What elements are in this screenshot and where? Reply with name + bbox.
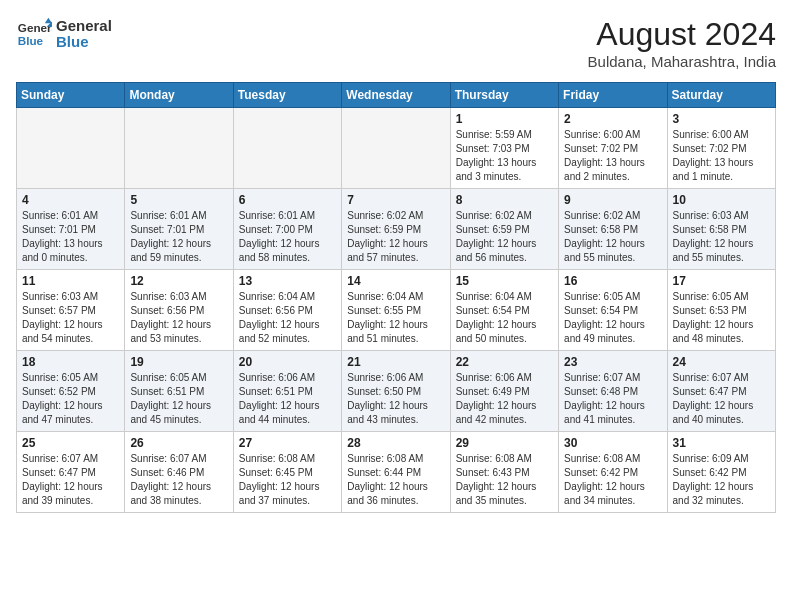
day-number: 12 xyxy=(130,274,227,288)
day-number: 1 xyxy=(456,112,553,126)
day-detail: Sunrise: 6:03 AM Sunset: 6:56 PM Dayligh… xyxy=(130,290,227,346)
day-number: 25 xyxy=(22,436,119,450)
week-row-5: 25Sunrise: 6:07 AM Sunset: 6:47 PM Dayli… xyxy=(17,432,776,513)
day-detail: Sunrise: 6:01 AM Sunset: 7:00 PM Dayligh… xyxy=(239,209,336,265)
main-title: August 2024 xyxy=(588,16,776,53)
calendar-table: SundayMondayTuesdayWednesdayThursdayFrid… xyxy=(16,82,776,513)
calendar-cell: 16Sunrise: 6:05 AM Sunset: 6:54 PM Dayli… xyxy=(559,270,667,351)
calendar-cell: 14Sunrise: 6:04 AM Sunset: 6:55 PM Dayli… xyxy=(342,270,450,351)
calendar-cell: 24Sunrise: 6:07 AM Sunset: 6:47 PM Dayli… xyxy=(667,351,775,432)
day-number: 31 xyxy=(673,436,770,450)
weekday-header-tuesday: Tuesday xyxy=(233,83,341,108)
week-row-2: 4Sunrise: 6:01 AM Sunset: 7:01 PM Daylig… xyxy=(17,189,776,270)
weekday-header-friday: Friday xyxy=(559,83,667,108)
calendar-cell: 3Sunrise: 6:00 AM Sunset: 7:02 PM Daylig… xyxy=(667,108,775,189)
day-number: 3 xyxy=(673,112,770,126)
day-detail: Sunrise: 6:01 AM Sunset: 7:01 PM Dayligh… xyxy=(130,209,227,265)
logo-icon: General Blue xyxy=(16,16,52,52)
calendar-cell: 13Sunrise: 6:04 AM Sunset: 6:56 PM Dayli… xyxy=(233,270,341,351)
day-detail: Sunrise: 6:09 AM Sunset: 6:42 PM Dayligh… xyxy=(673,452,770,508)
day-detail: Sunrise: 6:08 AM Sunset: 6:45 PM Dayligh… xyxy=(239,452,336,508)
page-header: General Blue General Blue August 2024 Bu… xyxy=(16,16,776,70)
week-row-3: 11Sunrise: 6:03 AM Sunset: 6:57 PM Dayli… xyxy=(17,270,776,351)
day-detail: Sunrise: 6:02 AM Sunset: 6:59 PM Dayligh… xyxy=(456,209,553,265)
day-detail: Sunrise: 6:06 AM Sunset: 6:50 PM Dayligh… xyxy=(347,371,444,427)
day-detail: Sunrise: 6:03 AM Sunset: 6:57 PM Dayligh… xyxy=(22,290,119,346)
week-row-4: 18Sunrise: 6:05 AM Sunset: 6:52 PM Dayli… xyxy=(17,351,776,432)
calendar-cell: 18Sunrise: 6:05 AM Sunset: 6:52 PM Dayli… xyxy=(17,351,125,432)
calendar-cell: 11Sunrise: 6:03 AM Sunset: 6:57 PM Dayli… xyxy=(17,270,125,351)
day-number: 2 xyxy=(564,112,661,126)
day-detail: Sunrise: 6:07 AM Sunset: 6:47 PM Dayligh… xyxy=(673,371,770,427)
calendar-cell xyxy=(125,108,233,189)
calendar-cell: 15Sunrise: 6:04 AM Sunset: 6:54 PM Dayli… xyxy=(450,270,558,351)
day-number: 10 xyxy=(673,193,770,207)
day-detail: Sunrise: 6:00 AM Sunset: 7:02 PM Dayligh… xyxy=(564,128,661,184)
day-detail: Sunrise: 6:06 AM Sunset: 6:51 PM Dayligh… xyxy=(239,371,336,427)
calendar-cell xyxy=(233,108,341,189)
day-detail: Sunrise: 6:05 AM Sunset: 6:53 PM Dayligh… xyxy=(673,290,770,346)
day-number: 13 xyxy=(239,274,336,288)
calendar-cell xyxy=(17,108,125,189)
sub-title: Buldana, Maharashtra, India xyxy=(588,53,776,70)
logo: General Blue General Blue xyxy=(16,16,112,52)
calendar-cell: 9Sunrise: 6:02 AM Sunset: 6:58 PM Daylig… xyxy=(559,189,667,270)
calendar-cell: 22Sunrise: 6:06 AM Sunset: 6:49 PM Dayli… xyxy=(450,351,558,432)
calendar-cell: 5Sunrise: 6:01 AM Sunset: 7:01 PM Daylig… xyxy=(125,189,233,270)
calendar-cell: 2Sunrise: 6:00 AM Sunset: 7:02 PM Daylig… xyxy=(559,108,667,189)
calendar-cell: 4Sunrise: 6:01 AM Sunset: 7:01 PM Daylig… xyxy=(17,189,125,270)
day-detail: Sunrise: 6:04 AM Sunset: 6:55 PM Dayligh… xyxy=(347,290,444,346)
calendar-cell: 29Sunrise: 6:08 AM Sunset: 6:43 PM Dayli… xyxy=(450,432,558,513)
day-number: 17 xyxy=(673,274,770,288)
day-number: 19 xyxy=(130,355,227,369)
day-number: 20 xyxy=(239,355,336,369)
day-detail: Sunrise: 6:05 AM Sunset: 6:52 PM Dayligh… xyxy=(22,371,119,427)
calendar-cell: 21Sunrise: 6:06 AM Sunset: 6:50 PM Dayli… xyxy=(342,351,450,432)
calendar-cell: 17Sunrise: 6:05 AM Sunset: 6:53 PM Dayli… xyxy=(667,270,775,351)
weekday-header-sunday: Sunday xyxy=(17,83,125,108)
weekday-header-saturday: Saturday xyxy=(667,83,775,108)
day-detail: Sunrise: 6:08 AM Sunset: 6:42 PM Dayligh… xyxy=(564,452,661,508)
day-detail: Sunrise: 6:07 AM Sunset: 6:47 PM Dayligh… xyxy=(22,452,119,508)
day-number: 16 xyxy=(564,274,661,288)
day-detail: Sunrise: 6:02 AM Sunset: 6:58 PM Dayligh… xyxy=(564,209,661,265)
calendar-cell: 19Sunrise: 6:05 AM Sunset: 6:51 PM Dayli… xyxy=(125,351,233,432)
day-number: 27 xyxy=(239,436,336,450)
calendar-cell: 30Sunrise: 6:08 AM Sunset: 6:42 PM Dayli… xyxy=(559,432,667,513)
day-detail: Sunrise: 6:05 AM Sunset: 6:54 PM Dayligh… xyxy=(564,290,661,346)
day-detail: Sunrise: 6:01 AM Sunset: 7:01 PM Dayligh… xyxy=(22,209,119,265)
calendar-cell: 7Sunrise: 6:02 AM Sunset: 6:59 PM Daylig… xyxy=(342,189,450,270)
logo-text-general: General xyxy=(56,18,112,35)
day-detail: Sunrise: 6:07 AM Sunset: 6:46 PM Dayligh… xyxy=(130,452,227,508)
day-number: 26 xyxy=(130,436,227,450)
calendar-cell: 12Sunrise: 6:03 AM Sunset: 6:56 PM Dayli… xyxy=(125,270,233,351)
day-detail: Sunrise: 6:00 AM Sunset: 7:02 PM Dayligh… xyxy=(673,128,770,184)
day-detail: Sunrise: 6:05 AM Sunset: 6:51 PM Dayligh… xyxy=(130,371,227,427)
day-number: 7 xyxy=(347,193,444,207)
weekday-header-monday: Monday xyxy=(125,83,233,108)
day-number: 24 xyxy=(673,355,770,369)
calendar-cell: 20Sunrise: 6:06 AM Sunset: 6:51 PM Dayli… xyxy=(233,351,341,432)
calendar-cell: 27Sunrise: 6:08 AM Sunset: 6:45 PM Dayli… xyxy=(233,432,341,513)
title-block: August 2024 Buldana, Maharashtra, India xyxy=(588,16,776,70)
day-number: 30 xyxy=(564,436,661,450)
weekday-header-row: SundayMondayTuesdayWednesdayThursdayFrid… xyxy=(17,83,776,108)
calendar-cell: 10Sunrise: 6:03 AM Sunset: 6:58 PM Dayli… xyxy=(667,189,775,270)
day-detail: Sunrise: 6:04 AM Sunset: 6:54 PM Dayligh… xyxy=(456,290,553,346)
day-detail: Sunrise: 6:03 AM Sunset: 6:58 PM Dayligh… xyxy=(673,209,770,265)
day-number: 5 xyxy=(130,193,227,207)
calendar-cell: 31Sunrise: 6:09 AM Sunset: 6:42 PM Dayli… xyxy=(667,432,775,513)
calendar-cell xyxy=(342,108,450,189)
calendar-cell: 26Sunrise: 6:07 AM Sunset: 6:46 PM Dayli… xyxy=(125,432,233,513)
day-detail: Sunrise: 6:08 AM Sunset: 6:43 PM Dayligh… xyxy=(456,452,553,508)
day-number: 21 xyxy=(347,355,444,369)
day-number: 11 xyxy=(22,274,119,288)
logo-text-blue: Blue xyxy=(56,34,112,51)
day-detail: Sunrise: 6:08 AM Sunset: 6:44 PM Dayligh… xyxy=(347,452,444,508)
day-detail: Sunrise: 5:59 AM Sunset: 7:03 PM Dayligh… xyxy=(456,128,553,184)
week-row-1: 1Sunrise: 5:59 AM Sunset: 7:03 PM Daylig… xyxy=(17,108,776,189)
day-detail: Sunrise: 6:07 AM Sunset: 6:48 PM Dayligh… xyxy=(564,371,661,427)
day-number: 22 xyxy=(456,355,553,369)
calendar-cell: 1Sunrise: 5:59 AM Sunset: 7:03 PM Daylig… xyxy=(450,108,558,189)
calendar-header: SundayMondayTuesdayWednesdayThursdayFrid… xyxy=(17,83,776,108)
